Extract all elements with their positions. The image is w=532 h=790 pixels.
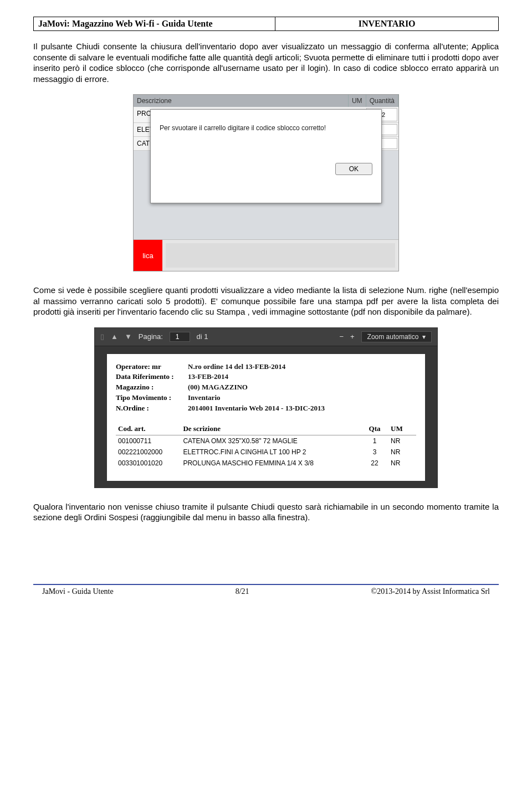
paragraph-3: Qualora l'inventario non venisse chiuso … [33, 501, 499, 523]
zoom-select[interactable]: Zoom automatico ▾ [361, 331, 432, 342]
table-row: 002221002000 ELETTROC.FINI A CINGHIA LT … [116, 447, 416, 458]
cell-cod: 001000711 [116, 435, 181, 447]
alert-dialog: Per svuotare il carrello digitare il cod… [150, 109, 382, 203]
cell-um: NR [388, 435, 416, 447]
cell-desc: ELETTROC.FINI A CINGHIA LT 100 HP 2 [181, 447, 361, 458]
meta-key: Tipo Movimento : [116, 393, 188, 403]
col-quantita: Quantità [366, 95, 398, 107]
screenshot-dialog: Descrizione UM Quantità PROL 22 Per svuo… [133, 94, 399, 271]
meta-value: 13-FEB-2014 [188, 372, 228, 382]
cell-cod: 002221002000 [116, 447, 181, 458]
meta-value: Inventario [188, 393, 221, 403]
pdf-toolbar: ▯ ▲ ▼ Pagina: 1 di 1 − + Zoom automatico… [95, 328, 437, 346]
page-number-input[interactable]: 1 [170, 332, 190, 342]
edge-icon: ▯ [100, 332, 104, 341]
page-down-icon[interactable]: ▼ [125, 332, 132, 341]
footer-center: 8/21 [236, 587, 249, 596]
footer-left: JaMovi - Guida Utente [42, 587, 114, 596]
cell-qta: 3 [361, 447, 388, 458]
cell-um: NR [388, 447, 416, 458]
paragraph-2: Come si vede è possibile scegliere quant… [33, 285, 499, 317]
pdf-report-page: Operatore: mrN.ro ordine 14 del 13-FEB-2… [107, 354, 425, 481]
th-um: UM [388, 423, 416, 435]
cell-desc: CATENA OMX 325"X0.58" 72 MAGLIE [181, 435, 361, 447]
footer-gray-area [166, 243, 395, 268]
th-qta: Qta [361, 423, 388, 435]
meta-key: Operatore: mr [116, 362, 188, 372]
zoom-in-button[interactable]: + [350, 332, 355, 341]
header-left: JaMovi: Magazzino Web Wi-fi - Guida Uten… [34, 17, 275, 31]
ok-button[interactable]: OK [335, 163, 372, 175]
ss1-header-row: Descrizione UM Quantità [134, 95, 398, 107]
lica-badge: lica [134, 240, 162, 271]
cell-cod: 003301001020 [116, 458, 181, 469]
th-desc: De scrizione [181, 423, 361, 435]
meta-value: (00) MAGAZZINO [188, 382, 248, 393]
page-up-icon[interactable]: ▲ [111, 332, 118, 341]
meta-key: Magazzino : [116, 382, 188, 393]
meta-value: N.ro ordine 14 del 13-FEB-2014 [188, 362, 285, 372]
cell-desc: PROLUNGA MASCHIO FEMMINA 1/4 X 3/8 [181, 458, 361, 469]
table-row: 001000711 CATENA OMX 325"X0.58" 72 MAGLI… [116, 435, 416, 447]
th-cod: Cod. art. [116, 423, 181, 435]
col-descrizione: Descrizione [134, 95, 349, 107]
screenshot-pdf-viewer: ▯ ▲ ▼ Pagina: 1 di 1 − + Zoom automatico… [94, 327, 438, 488]
pagina-label: Pagina: [139, 332, 163, 341]
report-meta: Operatore: mrN.ro ordine 14 del 13-FEB-2… [116, 362, 416, 414]
meta-value: 2014001 Inventario Web 2014 - 13-DIC-201… [188, 403, 325, 414]
alert-message: Per svuotare il carrello digitare il cod… [160, 124, 372, 132]
cell-qta: 1 [361, 435, 388, 447]
page-total: di 1 [197, 332, 208, 341]
header-right: INVENTARIO [275, 17, 499, 31]
zoom-out-button[interactable]: − [339, 332, 344, 341]
cell-qta: 22 [361, 458, 388, 469]
cell-um: NR [388, 458, 416, 469]
table-row: 003301001020 PROLUNGA MASCHIO FEMMINA 1/… [116, 458, 416, 469]
meta-key: Data Riferimento : [116, 372, 188, 382]
page-header: JaMovi: Magazzino Web Wi-fi - Guida Uten… [33, 17, 499, 31]
col-um: UM [349, 95, 366, 107]
page-footer: JaMovi - Guida Utente 8/21 ©2013-2014 by… [33, 585, 499, 596]
meta-key: N.Ordine : [116, 403, 188, 414]
footer-right: ©2013-2014 by Assist Informatica Srl [371, 587, 490, 596]
paragraph-1: Il pulsante Chiudi consente la chiusura … [33, 41, 499, 84]
ss1-footer: lica [134, 239, 398, 271]
report-table: Cod. art. De scrizione Qta UM 001000711 … [116, 423, 416, 469]
